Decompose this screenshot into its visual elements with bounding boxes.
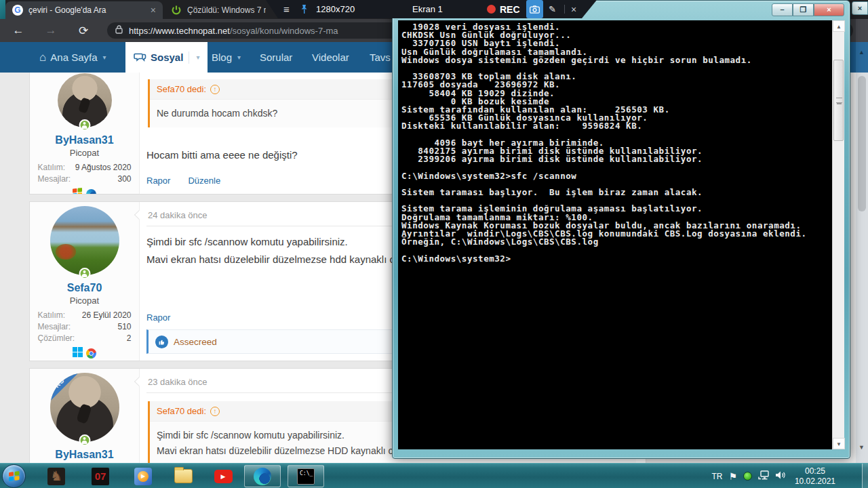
reaction-user[interactable]: Assecreed bbox=[174, 337, 217, 347]
scroll-down-icon[interactable]: ▼ bbox=[833, 438, 845, 449]
taskbar: ♞ 07 ▶ C:\_ TR ⚑ 00:25 10.02.2021 bbox=[0, 463, 868, 488]
stat-value: 26 Eylül 2020 bbox=[82, 310, 132, 321]
rec-dot-icon[interactable] bbox=[487, 0, 496, 18]
cmd-taskbar-button[interactable]: C:\_ bbox=[288, 465, 324, 487]
divider bbox=[564, 5, 565, 14]
user-title: Picopat bbox=[70, 148, 99, 158]
show-desktop-button[interactable] bbox=[862, 464, 868, 488]
scrollbar-thumb[interactable] bbox=[833, 60, 844, 141]
minimize-button[interactable]: – bbox=[772, 3, 793, 16]
avatar[interactable] bbox=[50, 206, 119, 275]
file-explorer-icon[interactable] bbox=[173, 466, 193, 486]
cmd-window-controls: – ❐ × bbox=[772, 3, 844, 16]
menu-icon[interactable]: ≡ bbox=[283, 0, 290, 18]
nav-home-label: Ana Sayfa bbox=[50, 52, 97, 63]
language-indicator[interactable]: TR bbox=[711, 472, 722, 481]
nav-social[interactable]: Sosyal ▾ bbox=[125, 42, 208, 73]
nav-recommend-label: Tavs bbox=[370, 52, 391, 63]
windows7-icon bbox=[73, 188, 83, 195]
start-button[interactable] bbox=[2, 464, 26, 488]
nav-recommend[interactable]: Tavs bbox=[370, 42, 391, 73]
browser-tab-active[interactable]: G çeviri - Google'da Ara × bbox=[5, 1, 163, 19]
edge-icon bbox=[86, 189, 96, 195]
browser-scrollbar[interactable]: ▲ ▼ bbox=[856, 19, 868, 463]
stat-value: 300 bbox=[117, 174, 131, 185]
online-badge bbox=[79, 268, 90, 279]
scroll-up-icon[interactable]: ▲ bbox=[833, 20, 845, 32]
post-1-usercell: ByHasan31 Picopat Katılım:9 Ağustos 2020… bbox=[30, 73, 140, 194]
media-player-icon[interactable] bbox=[133, 466, 153, 486]
nav-videos-label: Videolar bbox=[312, 52, 349, 63]
stat-label: Katılım: bbox=[38, 310, 66, 321]
screen-label: Ekran 1 bbox=[412, 0, 443, 18]
tray-clock[interactable]: 00:25 10.02.2021 bbox=[795, 466, 835, 487]
console-output-area[interactable]: 19028 veri dosyası işlendi. CHKDSK Usn G… bbox=[398, 20, 832, 449]
stat-value: 9 Ağustos 2020 bbox=[75, 162, 132, 174]
stat-label: Çözümler: bbox=[38, 333, 75, 344]
scrollbar-thumb[interactable] bbox=[858, 76, 866, 211]
windows10-icon bbox=[73, 347, 83, 360]
report-link[interactable]: Rapor bbox=[146, 312, 170, 323]
edge-taskbar-button[interactable] bbox=[244, 465, 281, 487]
ks-ribbon-badge: KS bbox=[50, 373, 83, 407]
network-icon[interactable] bbox=[758, 470, 769, 483]
system-tray: TR ⚑ 00:25 10.02.2021 bbox=[711, 464, 835, 488]
volume-icon[interactable] bbox=[775, 470, 786, 483]
chevron-down-icon[interactable]: ▾ bbox=[189, 52, 199, 64]
nav-videos[interactable]: Videolar bbox=[312, 42, 349, 73]
nav-blog-label: Blog bbox=[212, 52, 232, 63]
user-stats: Katılım:9 Ağustos 2020 Mesajlar:300 bbox=[38, 162, 132, 185]
tab-title: Çözüldü: Windows 7 m bbox=[187, 5, 266, 15]
background-window-close-button[interactable]: × bbox=[852, 1, 868, 15]
quote-author: Sefa70 dedi: bbox=[157, 406, 206, 416]
jump-to-post-icon[interactable]: ↑ bbox=[210, 407, 220, 416]
edit-link[interactable]: Düzenle bbox=[188, 176, 220, 186]
scroll-up-icon[interactable]: ▲ bbox=[859, 49, 865, 56]
screenshot-button[interactable] bbox=[526, 0, 543, 18]
recorder-tray-icon[interactable] bbox=[743, 472, 752, 481]
url-path: /sosyal/konu/windows-7-ma bbox=[230, 26, 338, 36]
online-badge bbox=[79, 119, 90, 131]
avatar[interactable]: KS bbox=[50, 373, 119, 442]
nav-questions-label: Sorular bbox=[260, 52, 292, 63]
stat-value: 2 bbox=[127, 333, 132, 344]
close-button[interactable]: × bbox=[814, 3, 844, 16]
tab-title: çeviri - Google'da Ara bbox=[28, 5, 145, 15]
browser-tab-technopat[interactable]: Çözüldü: Windows 7 m bbox=[164, 1, 273, 19]
jump-to-post-icon[interactable]: ↑ bbox=[210, 85, 220, 94]
horse-app-icon[interactable]: ♞ bbox=[46, 466, 66, 486]
maximize-button[interactable]: ❐ bbox=[793, 3, 814, 16]
stat-label: Mesajlar: bbox=[38, 174, 71, 185]
report-link[interactable]: Rapor bbox=[146, 176, 170, 186]
back-button[interactable]: ← bbox=[8, 24, 28, 37]
refresh-button[interactable]: ⟳ bbox=[73, 24, 94, 38]
cmd-window[interactable]: – ❐ × 19028 veri dosyası işlendi. CHKDSK… bbox=[392, 0, 850, 459]
username[interactable]: ByHasan31 bbox=[55, 134, 113, 146]
action-center-flag-icon[interactable]: ⚑ bbox=[728, 471, 737, 482]
user-stats: Katılım:26 Eylül 2020 Mesajlar:510 Çözüm… bbox=[38, 310, 132, 344]
technopat-power-icon bbox=[171, 5, 182, 16]
nav-blog[interactable]: Blog ▾ bbox=[212, 42, 241, 73]
url-text: https://www.technopat.net/sosyal/konu/wi… bbox=[129, 26, 338, 36]
forward-button[interactable]: → bbox=[41, 24, 61, 37]
draw-pencil-icon[interactable]: ✎ bbox=[549, 0, 556, 18]
quote-author: Sefa70 dedi: bbox=[157, 84, 206, 94]
desktop-edge bbox=[0, 0, 5, 19]
console-scrollbar[interactable]: ▲ ▼ bbox=[832, 20, 844, 449]
nav-home[interactable]: ⌂ Ana Sayfa ▾ bbox=[39, 42, 106, 73]
app-07-icon[interactable]: 07 bbox=[90, 466, 111, 486]
tab-close-icon[interactable]: × bbox=[151, 5, 156, 16]
lock-icon bbox=[115, 24, 123, 37]
scroll-down-icon[interactable]: ▼ bbox=[859, 444, 865, 451]
url-domain: https://www.technopat.net bbox=[129, 26, 230, 36]
pin-icon[interactable] bbox=[300, 0, 309, 18]
user-title: Picopat bbox=[70, 296, 99, 306]
online-badge bbox=[79, 434, 90, 446]
username[interactable]: ByHasan31 bbox=[55, 449, 113, 461]
chat-bubble-icon bbox=[134, 52, 146, 64]
youtube-icon[interactable]: ▶ bbox=[213, 466, 233, 486]
nav-questions[interactable]: Sorular bbox=[260, 42, 292, 73]
toolbar-edge bbox=[856, 19, 868, 42]
username[interactable]: Sefa70 bbox=[67, 282, 102, 294]
recorder-close-icon[interactable]: × bbox=[571, 0, 576, 18]
